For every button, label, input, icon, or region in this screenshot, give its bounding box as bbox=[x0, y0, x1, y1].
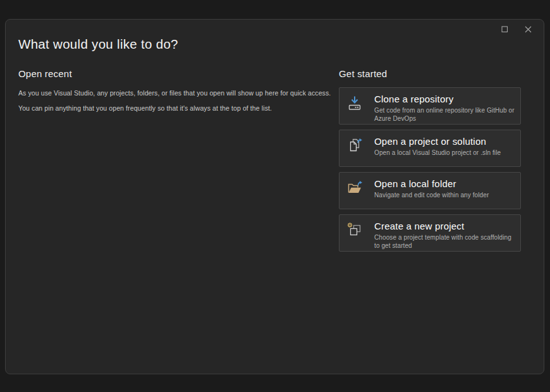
start-window: What would you like to do? Open recent A… bbox=[5, 19, 544, 374]
new-project-button[interactable]: Create a new project Choose a project te… bbox=[339, 214, 521, 252]
close-icon bbox=[525, 26, 532, 33]
get-started-section: Get started Clone a repository Get code … bbox=[339, 68, 521, 257]
new-project-icon bbox=[346, 220, 364, 241]
close-button[interactable] bbox=[521, 23, 535, 36]
action-description: Choose a project template with code scaf… bbox=[374, 233, 515, 250]
clone-repository-icon bbox=[346, 93, 364, 114]
title-bar[interactable] bbox=[6, 20, 544, 36]
open-recent-empty-state: As you use Visual Studio, any projects, … bbox=[18, 89, 334, 112]
open-project-icon bbox=[346, 135, 364, 156]
open-project-button[interactable]: Open a project or solution Open a local … bbox=[339, 130, 521, 167]
page-title: What would you like to do? bbox=[18, 37, 178, 52]
action-label: Open a local folder bbox=[374, 178, 489, 190]
action-description: Get code from an online repository like … bbox=[374, 106, 515, 123]
get-started-heading: Get started bbox=[339, 68, 521, 79]
open-folder-icon bbox=[346, 178, 364, 199]
clone-repository-button[interactable]: Clone a repository Get code from an onli… bbox=[339, 87, 521, 125]
action-label: Create a new project bbox=[374, 220, 515, 232]
open-recent-section: Open recent As you use Visual Studio, an… bbox=[18, 68, 334, 119]
open-recent-heading: Open recent bbox=[18, 68, 334, 79]
open-recent-hint-line2: You can pin anything that you open frequ… bbox=[18, 104, 334, 112]
action-description: Open a local Visual Studio project or .s… bbox=[374, 149, 501, 157]
open-recent-hint-line1: As you use Visual Studio, any projects, … bbox=[18, 89, 334, 97]
action-description: Navigate and edit code within any folder bbox=[374, 191, 489, 199]
open-folder-button[interactable]: Open a local folder Navigate and edit co… bbox=[339, 172, 521, 209]
action-label: Clone a repository bbox=[374, 93, 515, 105]
desktop-background: { "window": { "title": "What would you l… bbox=[0, 0, 550, 392]
maximize-icon bbox=[501, 26, 508, 33]
maximize-button[interactable] bbox=[498, 23, 511, 36]
action-label: Open a project or solution bbox=[374, 135, 501, 147]
